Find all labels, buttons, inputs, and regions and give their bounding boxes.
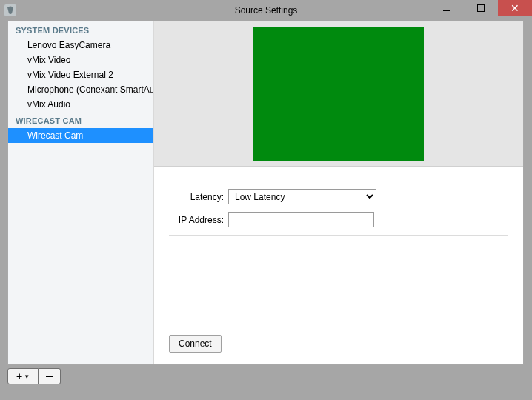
connect-button[interactable]: Connect [169, 335, 222, 353]
close-button[interactable]: ✕ [498, 0, 532, 16]
preview-area [154, 21, 523, 167]
video-preview [253, 27, 424, 161]
ip-address-input[interactable] [228, 212, 374, 227]
ip-address-label: IP Address: [169, 215, 228, 225]
settings-form: Latency: Low Latency IP Address: Connect [154, 167, 523, 364]
form-separator [169, 235, 508, 236]
window-body: SYSTEM DEVICES Lenovo EasyCamera vMix Vi… [7, 21, 525, 384]
device-item-vmix-audio[interactable]: vMix Audio [8, 97, 153, 112]
latency-row: Latency: Low Latency [169, 189, 508, 204]
minimize-button[interactable] [430, 0, 464, 16]
device-item-vmix-video[interactable]: vMix Video [8, 53, 153, 67]
plus-icon: + [16, 371, 22, 381]
caret-down-icon: ▼ [24, 373, 30, 380]
app-icon [4, 4, 16, 16]
device-item-microphone-conexant[interactable]: Microphone (Conexant SmartAudio [8, 82, 153, 97]
minus-icon [46, 376, 53, 377]
section-header-wirecast-cam: WIRECAST CAM [8, 112, 153, 128]
section-header-system-devices: SYSTEM DEVICES [8, 21, 153, 38]
device-item-wirecast-cam[interactable]: Wirecast Cam [8, 128, 153, 143]
ip-address-row: IP Address: [169, 212, 508, 227]
device-item-vmix-video-external-2[interactable]: vMix Video External 2 [8, 67, 153, 82]
maximize-icon [477, 4, 485, 12]
latency-label: Latency: [169, 192, 228, 202]
title-bar: Source Settings ✕ [0, 0, 532, 21]
window-controls: ✕ [430, 0, 532, 16]
remove-device-button[interactable] [39, 368, 61, 384]
minimize-icon [443, 10, 450, 11]
device-sidebar: SYSTEM DEVICES Lenovo EasyCamera vMix Vi… [8, 21, 154, 364]
maximize-button[interactable] [464, 0, 498, 16]
main-panel: Latency: Low Latency IP Address: Connect [154, 21, 523, 364]
device-item-lenovo-easycamera[interactable]: Lenovo EasyCamera [8, 38, 153, 53]
close-icon: ✕ [511, 3, 519, 13]
add-device-button[interactable]: + ▼ [7, 368, 39, 384]
latency-select[interactable]: Low Latency [228, 189, 376, 204]
footer-controls: + ▼ [7, 368, 525, 384]
content-area: SYSTEM DEVICES Lenovo EasyCamera vMix Vi… [7, 21, 524, 365]
